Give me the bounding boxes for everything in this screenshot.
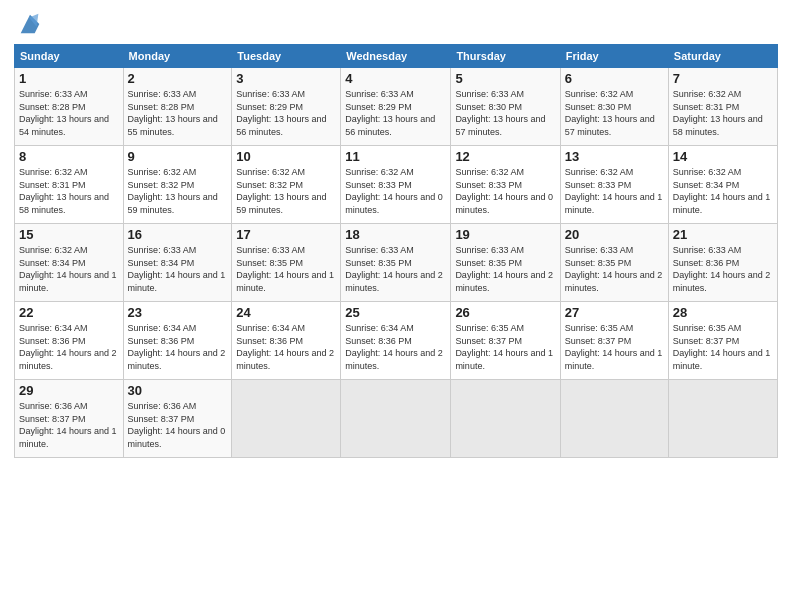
- header-row: SundayMondayTuesdayWednesdayThursdayFrid…: [15, 45, 778, 68]
- day-cell: 11Sunrise: 6:32 AMSunset: 8:33 PMDayligh…: [341, 146, 451, 224]
- calendar-page: SundayMondayTuesdayWednesdayThursdayFrid…: [0, 0, 792, 612]
- day-number: 25: [345, 305, 446, 320]
- calendar-table: SundayMondayTuesdayWednesdayThursdayFrid…: [14, 44, 778, 458]
- week-row-5: 29Sunrise: 6:36 AMSunset: 8:37 PMDayligh…: [15, 380, 778, 458]
- day-info: Sunrise: 6:33 AMSunset: 8:29 PMDaylight:…: [236, 88, 336, 138]
- day-number: 12: [455, 149, 555, 164]
- day-cell: 2Sunrise: 6:33 AMSunset: 8:28 PMDaylight…: [123, 68, 232, 146]
- day-number: 5: [455, 71, 555, 86]
- day-cell: 22Sunrise: 6:34 AMSunset: 8:36 PMDayligh…: [15, 302, 124, 380]
- day-info: Sunrise: 6:33 AMSunset: 8:34 PMDaylight:…: [128, 244, 228, 294]
- day-number: 10: [236, 149, 336, 164]
- day-cell: 4Sunrise: 6:33 AMSunset: 8:29 PMDaylight…: [341, 68, 451, 146]
- col-header-thursday: Thursday: [451, 45, 560, 68]
- day-cell: 1Sunrise: 6:33 AMSunset: 8:28 PMDaylight…: [15, 68, 124, 146]
- day-info: Sunrise: 6:33 AMSunset: 8:30 PMDaylight:…: [455, 88, 555, 138]
- day-info: Sunrise: 6:32 AMSunset: 8:32 PMDaylight:…: [236, 166, 336, 216]
- col-header-friday: Friday: [560, 45, 668, 68]
- day-number: 18: [345, 227, 446, 242]
- day-cell: 14Sunrise: 6:32 AMSunset: 8:34 PMDayligh…: [668, 146, 777, 224]
- day-info: Sunrise: 6:33 AMSunset: 8:29 PMDaylight:…: [345, 88, 446, 138]
- day-cell: 9Sunrise: 6:32 AMSunset: 8:32 PMDaylight…: [123, 146, 232, 224]
- day-cell: 24Sunrise: 6:34 AMSunset: 8:36 PMDayligh…: [232, 302, 341, 380]
- day-info: Sunrise: 6:34 AMSunset: 8:36 PMDaylight:…: [19, 322, 119, 372]
- day-number: 11: [345, 149, 446, 164]
- day-number: 4: [345, 71, 446, 86]
- day-info: Sunrise: 6:32 AMSunset: 8:31 PMDaylight:…: [673, 88, 773, 138]
- week-row-2: 8Sunrise: 6:32 AMSunset: 8:31 PMDaylight…: [15, 146, 778, 224]
- day-info: Sunrise: 6:32 AMSunset: 8:34 PMDaylight:…: [673, 166, 773, 216]
- day-info: Sunrise: 6:36 AMSunset: 8:37 PMDaylight:…: [19, 400, 119, 450]
- day-number: 23: [128, 305, 228, 320]
- day-cell: 15Sunrise: 6:32 AMSunset: 8:34 PMDayligh…: [15, 224, 124, 302]
- day-number: 24: [236, 305, 336, 320]
- day-number: 2: [128, 71, 228, 86]
- day-cell: [560, 380, 668, 458]
- week-row-1: 1Sunrise: 6:33 AMSunset: 8:28 PMDaylight…: [15, 68, 778, 146]
- day-info: Sunrise: 6:35 AMSunset: 8:37 PMDaylight:…: [565, 322, 664, 372]
- col-header-wednesday: Wednesday: [341, 45, 451, 68]
- col-header-sunday: Sunday: [15, 45, 124, 68]
- day-cell: 30Sunrise: 6:36 AMSunset: 8:37 PMDayligh…: [123, 380, 232, 458]
- day-info: Sunrise: 6:33 AMSunset: 8:35 PMDaylight:…: [236, 244, 336, 294]
- day-number: 21: [673, 227, 773, 242]
- day-number: 1: [19, 71, 119, 86]
- day-info: Sunrise: 6:32 AMSunset: 8:33 PMDaylight:…: [345, 166, 446, 216]
- day-cell: 29Sunrise: 6:36 AMSunset: 8:37 PMDayligh…: [15, 380, 124, 458]
- day-cell: 12Sunrise: 6:32 AMSunset: 8:33 PMDayligh…: [451, 146, 560, 224]
- day-info: Sunrise: 6:35 AMSunset: 8:37 PMDaylight:…: [673, 322, 773, 372]
- day-cell: 23Sunrise: 6:34 AMSunset: 8:36 PMDayligh…: [123, 302, 232, 380]
- day-number: 26: [455, 305, 555, 320]
- day-number: 29: [19, 383, 119, 398]
- day-number: 20: [565, 227, 664, 242]
- day-info: Sunrise: 6:32 AMSunset: 8:33 PMDaylight:…: [565, 166, 664, 216]
- day-number: 30: [128, 383, 228, 398]
- day-number: 13: [565, 149, 664, 164]
- day-cell: 21Sunrise: 6:33 AMSunset: 8:36 PMDayligh…: [668, 224, 777, 302]
- day-info: Sunrise: 6:34 AMSunset: 8:36 PMDaylight:…: [128, 322, 228, 372]
- day-info: Sunrise: 6:35 AMSunset: 8:37 PMDaylight:…: [455, 322, 555, 372]
- week-row-4: 22Sunrise: 6:34 AMSunset: 8:36 PMDayligh…: [15, 302, 778, 380]
- day-info: Sunrise: 6:33 AMSunset: 8:36 PMDaylight:…: [673, 244, 773, 294]
- day-number: 9: [128, 149, 228, 164]
- day-cell: 6Sunrise: 6:32 AMSunset: 8:30 PMDaylight…: [560, 68, 668, 146]
- day-cell: 20Sunrise: 6:33 AMSunset: 8:35 PMDayligh…: [560, 224, 668, 302]
- day-number: 17: [236, 227, 336, 242]
- day-info: Sunrise: 6:32 AMSunset: 8:34 PMDaylight:…: [19, 244, 119, 294]
- day-cell: 17Sunrise: 6:33 AMSunset: 8:35 PMDayligh…: [232, 224, 341, 302]
- day-info: Sunrise: 6:32 AMSunset: 8:32 PMDaylight:…: [128, 166, 228, 216]
- day-cell: 19Sunrise: 6:33 AMSunset: 8:35 PMDayligh…: [451, 224, 560, 302]
- col-header-tuesday: Tuesday: [232, 45, 341, 68]
- day-cell: 3Sunrise: 6:33 AMSunset: 8:29 PMDaylight…: [232, 68, 341, 146]
- day-info: Sunrise: 6:34 AMSunset: 8:36 PMDaylight:…: [345, 322, 446, 372]
- day-cell: [232, 380, 341, 458]
- day-cell: 7Sunrise: 6:32 AMSunset: 8:31 PMDaylight…: [668, 68, 777, 146]
- day-number: 28: [673, 305, 773, 320]
- day-cell: 25Sunrise: 6:34 AMSunset: 8:36 PMDayligh…: [341, 302, 451, 380]
- day-number: 3: [236, 71, 336, 86]
- day-number: 16: [128, 227, 228, 242]
- day-info: Sunrise: 6:33 AMSunset: 8:35 PMDaylight:…: [345, 244, 446, 294]
- day-info: Sunrise: 6:36 AMSunset: 8:37 PMDaylight:…: [128, 400, 228, 450]
- logo: [14, 10, 44, 38]
- day-info: Sunrise: 6:33 AMSunset: 8:28 PMDaylight:…: [128, 88, 228, 138]
- col-header-saturday: Saturday: [668, 45, 777, 68]
- day-cell: 18Sunrise: 6:33 AMSunset: 8:35 PMDayligh…: [341, 224, 451, 302]
- day-number: 19: [455, 227, 555, 242]
- day-number: 14: [673, 149, 773, 164]
- day-cell: 16Sunrise: 6:33 AMSunset: 8:34 PMDayligh…: [123, 224, 232, 302]
- col-header-monday: Monday: [123, 45, 232, 68]
- day-cell: 10Sunrise: 6:32 AMSunset: 8:32 PMDayligh…: [232, 146, 341, 224]
- day-info: Sunrise: 6:32 AMSunset: 8:31 PMDaylight:…: [19, 166, 119, 216]
- day-number: 8: [19, 149, 119, 164]
- day-cell: 27Sunrise: 6:35 AMSunset: 8:37 PMDayligh…: [560, 302, 668, 380]
- day-number: 15: [19, 227, 119, 242]
- day-cell: 8Sunrise: 6:32 AMSunset: 8:31 PMDaylight…: [15, 146, 124, 224]
- day-number: 22: [19, 305, 119, 320]
- day-info: Sunrise: 6:34 AMSunset: 8:36 PMDaylight:…: [236, 322, 336, 372]
- day-info: Sunrise: 6:33 AMSunset: 8:35 PMDaylight:…: [565, 244, 664, 294]
- day-cell: [451, 380, 560, 458]
- day-info: Sunrise: 6:33 AMSunset: 8:35 PMDaylight:…: [455, 244, 555, 294]
- day-cell: 5Sunrise: 6:33 AMSunset: 8:30 PMDaylight…: [451, 68, 560, 146]
- day-cell: 13Sunrise: 6:32 AMSunset: 8:33 PMDayligh…: [560, 146, 668, 224]
